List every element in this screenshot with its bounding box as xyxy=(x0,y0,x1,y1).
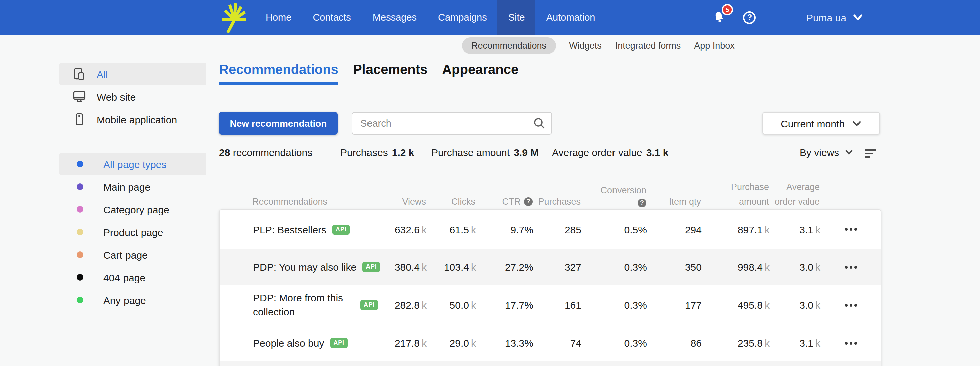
item-qty-cell: 350 xyxy=(647,261,702,273)
recommendations-table: PLP: Bestsellers API 632.6k 61.5k 9.7% 2… xyxy=(219,209,881,366)
clicks-cell: 29.0k xyxy=(426,337,476,349)
sidebar-item-404-page[interactable]: 404 page xyxy=(59,266,206,289)
clicks-cell: 103.4k xyxy=(426,261,476,273)
sidebar-item-web-site[interactable]: Web site xyxy=(59,86,206,108)
sidebar-item-label: Web site xyxy=(97,91,135,102)
views-cell: 217.8k xyxy=(380,337,426,349)
nav-item-contacts[interactable]: Contacts xyxy=(302,0,361,35)
nav-item-site[interactable]: Site xyxy=(498,0,536,35)
nav-item-home[interactable]: Home xyxy=(255,0,302,35)
sidebar-item-category-page[interactable]: Category page xyxy=(59,198,206,221)
table-row[interactable]: PLP: Bestsellers API 632.6k 61.5k 9.7% 2… xyxy=(220,210,881,249)
recommendation-name: PDP: You may also like xyxy=(253,261,356,273)
tab-appearance[interactable]: Appearance xyxy=(442,62,519,85)
sidebar-item-label: Category page xyxy=(103,204,169,215)
tab-recommendations[interactable]: Recommendations xyxy=(219,62,339,85)
question-mark-icon: ? xyxy=(743,11,756,24)
sidebar-item-label: Main page xyxy=(103,181,150,192)
nav-item-automation[interactable]: Automation xyxy=(536,0,606,35)
ctr-cell: 13.3% xyxy=(476,337,533,349)
new-recommendation-button[interactable]: New recommendation xyxy=(219,112,338,135)
recommendation-name-cell: PDP: More from this collection API xyxy=(220,292,380,318)
table-row[interactable]: PDP: You may also like API 380.4k 103.4k… xyxy=(220,249,881,285)
sidebar-item-all-devices[interactable]: All xyxy=(59,63,206,86)
sidebar-item-any-page[interactable]: Any page xyxy=(59,289,206,311)
subnav-item-integrated-forms[interactable]: Integrated forms xyxy=(615,41,681,51)
sidebar-item-mobile-application[interactable]: Mobile application xyxy=(59,108,206,131)
sidebar-item-label: Cart page xyxy=(103,249,148,260)
search-input[interactable] xyxy=(352,112,552,135)
tab-placements[interactable]: Placements xyxy=(353,62,427,85)
recommendation-name-cell: PDP: You may also like API xyxy=(220,261,380,273)
page-type-filter-list: All page types Main page Category page P… xyxy=(59,153,206,311)
purchase-amount-cell: 998.4k xyxy=(702,261,770,273)
top-navigation: Home Contacts Messages Campaigns Site Au… xyxy=(0,0,980,35)
sidebar-item-main-page[interactable]: Main page xyxy=(59,175,206,198)
item-qty-cell: 294 xyxy=(647,223,702,235)
devices-icon xyxy=(72,66,88,82)
row-actions-button[interactable] xyxy=(821,228,881,231)
average-order-value-cell: 3.0k xyxy=(770,299,821,311)
account-menu[interactable]: Puma ua xyxy=(807,12,862,23)
nav-item-messages[interactable]: Messages xyxy=(362,0,427,35)
subnav-item-app-inbox[interactable]: App Inbox xyxy=(694,41,735,51)
page-type-dot xyxy=(77,161,83,167)
nav-item-campaigns[interactable]: Campaigns xyxy=(427,0,498,35)
subnav-item-widgets[interactable]: Widgets xyxy=(569,41,602,51)
conversion-cell: 0.3% xyxy=(581,261,647,273)
sort-order-icon[interactable] xyxy=(865,149,876,158)
app-root: Home Contacts Messages Campaigns Site Au… xyxy=(0,0,980,366)
ctr-cell: 9.7% xyxy=(476,223,533,235)
summary-average-order-value: Average order value3.1 k xyxy=(552,147,668,158)
views-cell: 380.4k xyxy=(380,261,426,273)
purchases-cell: 74 xyxy=(533,337,581,349)
summary-purchases: Purchases1.2 k xyxy=(340,147,414,158)
account-name: Puma ua xyxy=(807,12,846,23)
summary-bar: 28 recommendations Purchases1.2 k Purcha… xyxy=(219,147,881,161)
sidebar-item-cart-page[interactable]: Cart page xyxy=(59,243,206,266)
purchase-amount-cell: 235.8k xyxy=(702,337,770,349)
period-dropdown[interactable]: Current month xyxy=(762,112,880,135)
api-badge: API xyxy=(363,262,380,272)
toolbar: New recommendation Current month xyxy=(219,112,881,135)
conversion-cell: 0.3% xyxy=(581,299,647,311)
sidebar-item-product-page[interactable]: Product page xyxy=(59,221,206,243)
table-row-partial[interactable] xyxy=(220,361,881,366)
notifications-button[interactable]: 5 xyxy=(710,9,728,26)
recommendation-name: PDP: More from this collection xyxy=(253,292,355,318)
sidebar-item-label: 404 page xyxy=(103,272,145,283)
table-row[interactable]: PDP: More from this collection API 282.8… xyxy=(220,285,881,325)
purchases-cell: 285 xyxy=(533,223,581,235)
row-actions-button[interactable] xyxy=(821,342,881,344)
conversion-cell: 0.3% xyxy=(581,337,647,349)
topnav-right-group: 5 ? Puma ua xyxy=(710,0,862,35)
help-button[interactable]: ? xyxy=(741,9,758,26)
ctr-cell: 27.2% xyxy=(476,261,533,273)
table-row[interactable]: People also buy API 217.8k 29.0k 13.3% 7… xyxy=(220,325,881,361)
chevron-down-icon xyxy=(853,120,862,126)
clicks-cell: 50.0k xyxy=(426,299,476,311)
sort-by-dropdown[interactable]: By views xyxy=(800,147,853,158)
brand-logo-icon[interactable] xyxy=(220,2,247,33)
search-icon[interactable] xyxy=(533,117,546,130)
sort-by-label: By views xyxy=(800,147,839,158)
row-actions-button[interactable] xyxy=(821,266,881,268)
sidebar-item-all-page-types[interactable]: All page types xyxy=(59,153,206,175)
sidebar-item-label: Any page xyxy=(103,294,146,306)
views-cell: 632.6k xyxy=(380,223,426,235)
page-type-dot xyxy=(77,251,83,258)
conversion-help-icon[interactable]: ? xyxy=(638,199,646,208)
row-actions-button[interactable] xyxy=(821,304,881,306)
sidebar-item-label: Product page xyxy=(103,227,163,238)
item-qty-cell: 177 xyxy=(647,299,702,311)
ctr-cell: 17.7% xyxy=(476,299,533,311)
subnav-item-recommendations[interactable]: Recommendations xyxy=(462,37,556,54)
sidebar-item-label: Mobile application xyxy=(97,114,177,125)
page-type-dot xyxy=(77,183,83,190)
clicks-cell: 61.5k xyxy=(426,223,476,235)
sidebar-item-label: All page types xyxy=(103,158,166,170)
desktop-icon xyxy=(72,89,88,105)
ctr-help-icon[interactable]: ? xyxy=(524,197,533,206)
recommendation-name: People also buy xyxy=(253,337,325,349)
mobile-icon xyxy=(72,111,88,127)
